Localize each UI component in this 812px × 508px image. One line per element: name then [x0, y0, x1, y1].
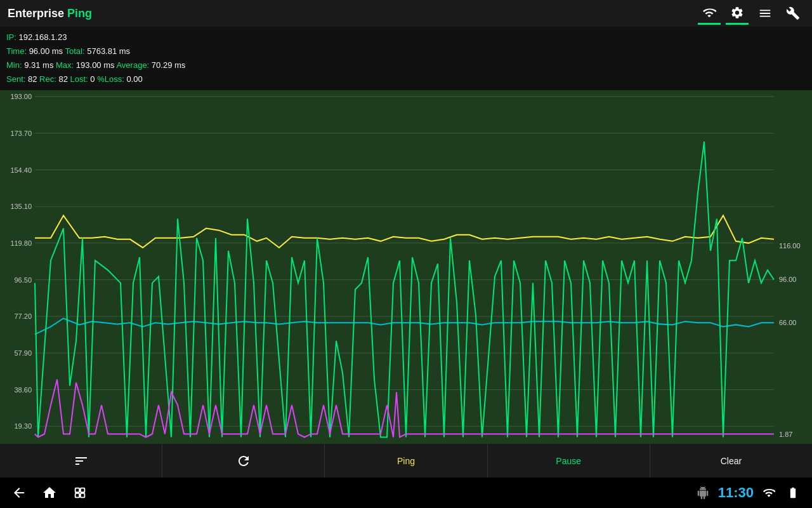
- app-name-enterprise: Enterprise: [8, 7, 64, 20]
- lost-label: Lost:: [68, 74, 90, 84]
- stat-line-ip: IP: 192.168.1.23: [6, 30, 806, 44]
- title-icons: [698, 2, 804, 25]
- rec-label: Rec:: [37, 74, 58, 84]
- stat-line-packets: Sent: 82 Rec: 82 Lost: 0 %Loss: 0.00: [6, 72, 806, 86]
- svg-rect-28: [81, 493, 84, 497]
- app-title: Enterprise Ping: [8, 7, 92, 20]
- loss-label: %Loss:: [95, 74, 127, 84]
- wifi-icon[interactable]: [698, 2, 721, 25]
- svg-text:96.00: 96.00: [779, 276, 796, 283]
- svg-rect-26: [81, 488, 84, 492]
- max-value: 193.00 ms: [76, 60, 115, 70]
- ip-label: IP:: [6, 32, 19, 42]
- rec-value: 82: [58, 74, 67, 84]
- min-value: 9.31 ms: [24, 60, 53, 70]
- stat-line-time: Time: 96.00 ms Total: 5763.81 ms: [6, 44, 806, 58]
- min-label: Min:: [6, 60, 24, 70]
- sort-button[interactable]: [0, 444, 162, 478]
- stat-line-minmax: Min: 9.31 ms Max: 193.00 ms Average: 70.…: [6, 58, 806, 72]
- back-button[interactable]: [10, 484, 28, 502]
- svg-text:19.30: 19.30: [15, 423, 32, 431]
- svg-text:77.20: 77.20: [15, 313, 32, 321]
- svg-text:119.80: 119.80: [10, 239, 32, 247]
- home-button[interactable]: [41, 484, 58, 502]
- system-right: 11:30: [694, 484, 802, 502]
- svg-rect-27: [75, 493, 79, 497]
- avg-label: Average:: [115, 60, 152, 70]
- svg-text:96.50: 96.50: [15, 276, 32, 284]
- settings-icon[interactable]: [726, 2, 749, 25]
- nav-icons: [10, 484, 89, 502]
- loss-value: 0.00: [126, 74, 142, 84]
- total-label: Total:: [63, 46, 87, 56]
- svg-text:135.10: 135.10: [10, 203, 32, 211]
- battery-icon: [784, 484, 802, 502]
- system-time: 11:30: [718, 485, 754, 501]
- svg-text:193.00: 193.00: [10, 93, 32, 100]
- svg-text:154.40: 154.40: [10, 166, 32, 174]
- chart-area: 193.00 173.70 154.40 135.10 119.80 96.50…: [0, 90, 812, 444]
- svg-text:173.70: 173.70: [10, 130, 32, 137]
- max-label: Max:: [53, 60, 75, 70]
- time-label: Time:: [6, 46, 29, 56]
- system-bar: 11:30: [0, 478, 812, 508]
- pause-button[interactable]: Pause: [488, 444, 650, 478]
- total-value: 5763.81 ms: [87, 46, 130, 56]
- android-icon: [694, 484, 712, 502]
- svg-text:57.90: 57.90: [15, 349, 32, 357]
- app-name-ping: Ping: [67, 7, 92, 20]
- ip-value: 192.168.1.23: [19, 32, 67, 42]
- sent-value: 82: [28, 74, 37, 84]
- sent-label: Sent:: [6, 74, 28, 84]
- bottom-toolbar: Ping Pause Clear: [0, 444, 812, 478]
- svg-text:116.00: 116.00: [779, 242, 801, 250]
- chart-svg: 193.00 173.70 154.40 135.10 119.80 96.50…: [0, 90, 812, 444]
- svg-text:38.60: 38.60: [15, 386, 32, 394]
- stats-panel: IP: 192.168.1.23 Time: 96.00 ms Total: 5…: [0, 27, 812, 90]
- lost-value: 0: [90, 74, 95, 84]
- menu-icon[interactable]: [754, 2, 776, 25]
- svg-text:1.87: 1.87: [779, 431, 792, 439]
- wrench-icon[interactable]: [782, 2, 804, 25]
- recent-apps-button[interactable]: [71, 484, 89, 502]
- svg-text:66.00: 66.00: [779, 319, 796, 327]
- title-bar: Enterprise Ping: [0, 0, 812, 27]
- system-wifi-icon: [760, 484, 778, 502]
- refresh-button[interactable]: [162, 444, 325, 478]
- avg-value: 70.29 ms: [152, 60, 185, 70]
- clear-button[interactable]: Clear: [650, 444, 812, 478]
- svg-rect-25: [75, 488, 79, 492]
- time-value: 96.00 ms: [29, 46, 63, 56]
- ping-button[interactable]: Ping: [325, 444, 487, 478]
